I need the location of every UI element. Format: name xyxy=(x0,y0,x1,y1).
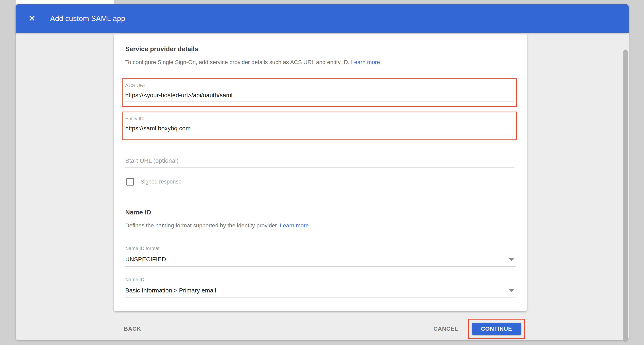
name-id-label: Name ID xyxy=(125,277,516,283)
acs-url-input[interactable] xyxy=(125,92,514,102)
start-url-input[interactable] xyxy=(125,157,514,168)
signed-response-row: Signed response xyxy=(126,178,516,186)
name-id-select[interactable]: Basic Information > Primary email xyxy=(125,287,516,298)
signed-response-label: Signed response xyxy=(140,179,182,185)
cancel-button[interactable]: CANCEL xyxy=(434,326,458,332)
close-icon[interactable]: ✕ xyxy=(26,13,38,24)
dialog-title: Add custom SAML app xyxy=(50,14,125,23)
learn-more-link-service-provider[interactable]: Learn more xyxy=(351,59,380,65)
name-id-format-value: UNSPECIFIED xyxy=(125,256,166,263)
start-url-field xyxy=(125,157,514,168)
add-custom-saml-app-dialog: ✕ Add custom SAML app Service provider d… xyxy=(16,4,629,340)
continue-button[interactable]: CONTINUE xyxy=(472,323,521,335)
service-provider-card: Service provider details To configure Si… xyxy=(114,34,527,311)
section-description-name-id: Defines the naming format supported by t… xyxy=(125,222,516,229)
dialog-header: ✕ Add custom SAML app xyxy=(16,4,629,33)
name-id-value: Basic Information > Primary email xyxy=(125,287,216,294)
chevron-down-icon xyxy=(508,289,514,292)
name-id-format-label: Name ID format xyxy=(125,245,516,251)
chevron-down-icon xyxy=(508,258,514,261)
section-description-service-provider: To configure Single Sign-On, add service… xyxy=(125,59,516,66)
acs-url-highlight-box: ACS URL xyxy=(122,78,517,107)
section-heading-service-provider: Service provider details xyxy=(125,34,516,53)
entity-id-highlight-box: Entity ID xyxy=(122,112,517,140)
continue-highlight-box: CONTINUE xyxy=(468,319,525,339)
background-page-edge xyxy=(16,0,114,4)
entity-id-input[interactable] xyxy=(125,125,514,135)
section-description-text: Defines the naming format supported by t… xyxy=(125,222,278,229)
footer-actions: CANCEL CONTINUE xyxy=(434,319,525,339)
section-description-text: To configure Single Sign-On, add service… xyxy=(125,59,350,65)
vertical-scrollbar-thumb[interactable] xyxy=(623,49,628,342)
entity-id-label: Entity ID xyxy=(125,116,514,122)
name-id-format-select[interactable]: UNSPECIFIED xyxy=(125,256,516,267)
section-heading-name-id: Name ID xyxy=(125,208,516,216)
signed-response-checkbox[interactable] xyxy=(126,178,134,186)
learn-more-link-name-id[interactable]: Learn more xyxy=(280,222,309,229)
back-button[interactable]: BACK xyxy=(124,323,141,335)
acs-url-label: ACS URL xyxy=(125,82,514,88)
